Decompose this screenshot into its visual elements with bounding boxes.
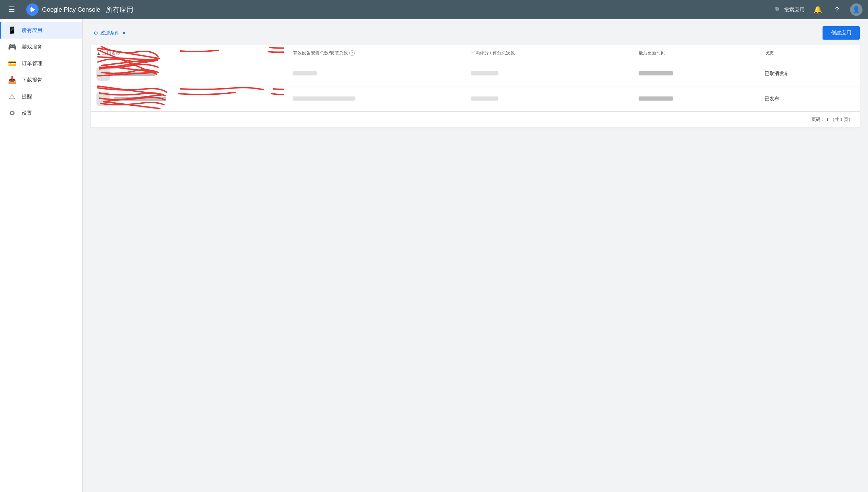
app-name-cell-1 (91, 61, 287, 86)
sidebar-label-all-apps: 所有应用 (22, 27, 42, 34)
sidebar-item-alerts[interactable]: ⚠ 提醒 (0, 88, 82, 105)
create-app-button[interactable]: 创建应用 (823, 26, 860, 40)
sidebar-label-alerts: 提醒 (22, 93, 32, 100)
main-layout: 📱 所有应用 🎮 游戏服务 💳 订单管理 📥 下载报告 ⚠ 提醒 ⚙ 设置 ⚙ (0, 19, 868, 492)
updated-redacted-2 (639, 96, 673, 101)
notification-icon: 🔔 (814, 6, 822, 14)
filter-button[interactable]: ⚙ 过滤条件 ▼ (91, 28, 129, 38)
pagination-label: 页码： (812, 117, 825, 122)
avatar-icon: 👤 (852, 6, 860, 13)
pagination-current: 1 (826, 117, 829, 122)
search-area[interactable]: 🔍 搜索应用 (775, 7, 805, 13)
app-name-redacted-1 (114, 72, 156, 76)
sidebar: 📱 所有应用 🎮 游戏服务 💳 订单管理 📥 下载报告 ⚠ 提醒 ⚙ 设置 (0, 19, 83, 492)
app-name-cell-2 (91, 86, 287, 112)
filter-label: 过滤条件 (100, 30, 120, 36)
app-name-redacted-2 (114, 97, 166, 101)
updated-cell-2 (633, 86, 759, 112)
sidebar-label-settings: 设置 (22, 110, 32, 116)
filter-chevron-icon: ▼ (122, 30, 126, 36)
help-icon: ? (835, 6, 839, 14)
sidebar-item-all-apps[interactable]: 📱 所有应用 (0, 22, 82, 39)
app-header: ☰ Google Play Console 所有应用 🔍 搜索应用 🔔 ? 👤 (0, 0, 868, 19)
search-icon: 🔍 (775, 7, 781, 13)
installs-cell-1 (287, 61, 465, 86)
all-apps-icon: 📱 (8, 26, 16, 34)
settings-icon: ⚙ (8, 109, 16, 117)
header-actions: 🔍 搜索应用 🔔 ? 👤 (775, 3, 862, 16)
logo-text: Google Play Console (42, 6, 100, 13)
col-header-rating: 平均评分 / 评分总次数 (465, 45, 633, 61)
avatar[interactable]: 👤 (850, 3, 862, 16)
sort-ascending-icon: ▲ (96, 51, 101, 56)
updated-redacted-1 (639, 71, 673, 75)
filter-icon: ⚙ (94, 30, 98, 36)
updated-cell-1 (633, 61, 759, 86)
table-row: 已发布 (91, 86, 860, 112)
status-cell-2: 已发布 (759, 86, 860, 112)
page-title: 所有应用 (106, 5, 769, 14)
order-management-icon: 💳 (8, 59, 16, 68)
rating-redacted-1 (471, 71, 498, 75)
installs-help-icon[interactable]: ? (349, 50, 355, 56)
app-icon-2 (96, 92, 110, 106)
rating-cell-1 (465, 61, 633, 86)
sidebar-label-download-reports: 下载报告 (22, 77, 42, 83)
sidebar-label-order-management: 订单管理 (22, 60, 42, 67)
rating-redacted-2 (471, 96, 498, 101)
col-label-app-name: 应用名称 (102, 50, 120, 56)
sidebar-item-settings[interactable]: ⚙ 设置 (0, 105, 82, 121)
status-cell-1: 已取消发布 (759, 61, 860, 86)
sidebar-item-game-services[interactable]: 🎮 游戏服务 (0, 39, 82, 55)
status-badge-1: 已取消发布 (765, 71, 789, 76)
table-row: 已取消发布 (91, 61, 860, 86)
alerts-icon: ⚠ (8, 92, 16, 101)
col-header-installs: 有效设备安装总数/安装总数 ? (287, 45, 465, 61)
menu-button[interactable]: ☰ (6, 4, 18, 16)
sidebar-label-game-services: 游戏服务 (22, 44, 42, 50)
installs-cell-2 (287, 86, 465, 112)
logo-icon (26, 3, 39, 16)
apps-table-container: ▲ 应用名称 有效设备安装总数/安装总数 ? 平均评分 / 评分总次数 (91, 45, 860, 127)
search-label: 搜索应用 (784, 7, 805, 13)
apps-table: ▲ 应用名称 有效设备安装总数/安装总数 ? 平均评分 / 评分总次数 (91, 45, 860, 111)
game-services-icon: 🎮 (8, 43, 16, 51)
logo: Google Play Console (26, 3, 100, 16)
installs-redacted-2 (293, 96, 355, 101)
col-header-app-name[interactable]: ▲ 应用名称 (91, 45, 287, 61)
status-badge-2: 已发布 (765, 96, 779, 101)
rating-cell-2 (465, 86, 633, 112)
col-label-rating: 平均评分 / 评分总次数 (471, 50, 515, 55)
toolbar: ⚙ 过滤条件 ▼ 创建应用 (91, 26, 860, 40)
sidebar-item-download-reports[interactable]: 📥 下载报告 (0, 72, 82, 88)
hamburger-icon: ☰ (8, 5, 15, 14)
pagination-total: （共 1 页） (830, 117, 853, 122)
app-icon-1 (96, 67, 110, 81)
col-header-updated: 最后更新时间 (633, 45, 759, 61)
installs-redacted-1 (293, 71, 317, 75)
help-button[interactable]: ? (831, 3, 843, 16)
main-content: ⚙ 过滤条件 ▼ 创建应用 ▲ 应用名称 (83, 19, 868, 492)
table-body: 已取消发布 (91, 61, 860, 112)
col-label-updated: 最后更新时间 (639, 50, 665, 55)
sidebar-item-order-management[interactable]: 💳 订单管理 (0, 55, 82, 72)
download-reports-icon: 📥 (8, 76, 16, 84)
col-label-status: 状态 (765, 50, 774, 55)
col-label-installs: 有效设备安装总数/安装总数 (293, 50, 348, 56)
pagination: 页码： 1 （共 1 页） (91, 111, 860, 127)
col-header-status: 状态 (759, 45, 860, 61)
notification-button[interactable]: 🔔 (812, 3, 824, 16)
table-header: ▲ 应用名称 有效设备安装总数/安装总数 ? 平均评分 / 评分总次数 (91, 45, 860, 61)
table-header-row: ▲ 应用名称 有效设备安装总数/安装总数 ? 平均评分 / 评分总次数 (91, 45, 860, 61)
